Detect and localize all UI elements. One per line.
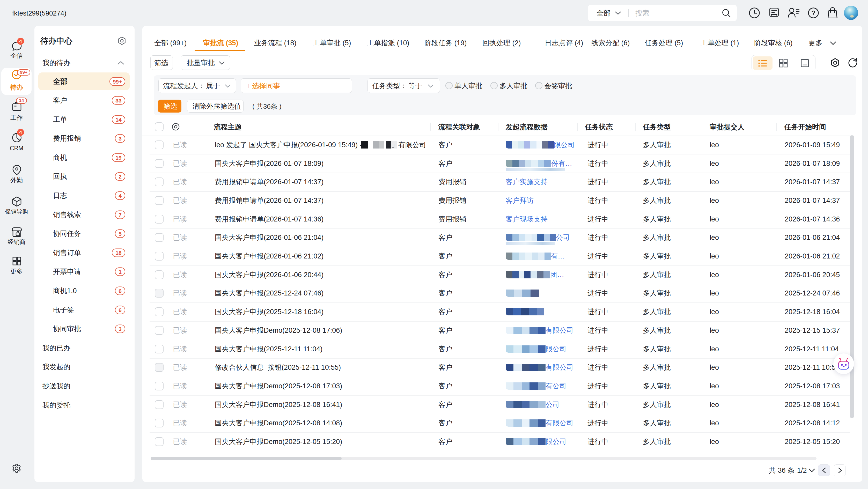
svg-text:?: ? xyxy=(811,9,815,17)
